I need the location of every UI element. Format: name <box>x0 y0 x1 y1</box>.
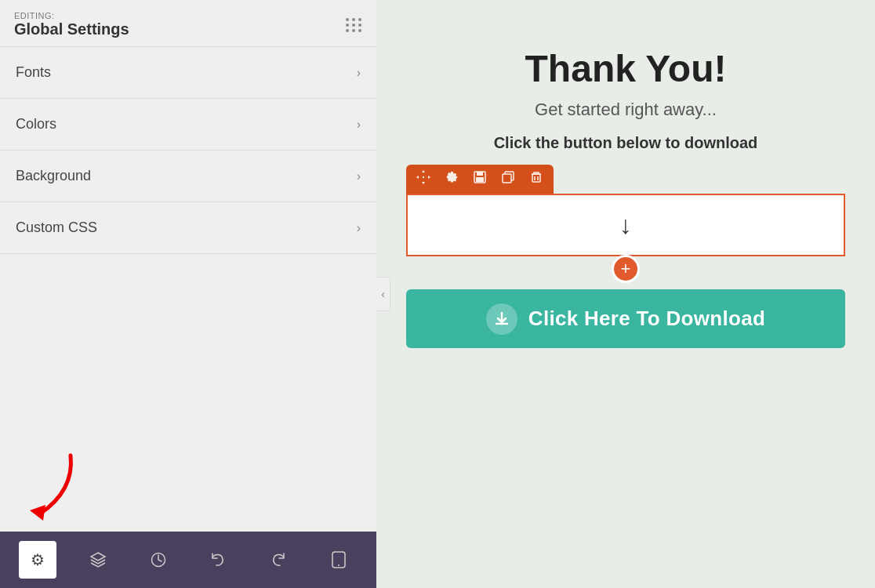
sidebar-item-custom-css[interactable]: Custom CSS › <box>0 202 376 254</box>
down-arrow-indicator: ↓ <box>619 211 632 240</box>
content-inner: Thank You! Get started right away... Cli… <box>376 0 875 588</box>
element-duplicate-button[interactable] <box>500 169 516 189</box>
sidebar: EDITING: Global Settings Fonts › Colors … <box>0 0 376 588</box>
svg-rect-9 <box>532 174 540 182</box>
thank-you-heading: Thank You! <box>525 47 727 90</box>
selected-element-box[interactable]: ↓ <box>406 194 845 256</box>
sidebar-item-colors[interactable]: Colors › <box>0 99 376 151</box>
history-toolbar-button[interactable] <box>140 541 177 579</box>
svg-rect-7 <box>476 177 484 182</box>
editing-label: EDITING: <box>14 11 129 20</box>
element-settings-button[interactable] <box>444 169 459 189</box>
download-button[interactable]: Click Here To Download <box>406 289 845 348</box>
click-instruction: Click the button below to download <box>494 134 758 152</box>
download-button-label: Click Here To Download <box>528 307 765 331</box>
element-delete-button[interactable] <box>528 169 544 189</box>
sidebar-collapse-handle[interactable]: ‹ <box>376 277 390 311</box>
content-area: Thank You! Get started right away... Cli… <box>376 0 875 588</box>
fonts-chevron-icon: › <box>357 66 361 80</box>
redo-toolbar-button[interactable] <box>260 541 297 579</box>
svg-rect-8 <box>503 174 511 183</box>
element-move-button[interactable] <box>416 169 431 189</box>
colors-chevron-icon: › <box>357 118 361 132</box>
custom-css-label: Custom CSS <box>16 220 97 236</box>
subtitle-text: Get started right away... <box>535 100 717 120</box>
custom-css-chevron-icon: › <box>357 221 361 235</box>
add-element-button[interactable]: + <box>612 255 640 283</box>
settings-toolbar-button[interactable]: ⚙ <box>19 541 56 579</box>
element-toolbar <box>406 165 554 194</box>
fonts-label: Fonts <box>16 64 51 81</box>
sidebar-item-background[interactable]: Background › <box>0 151 376 202</box>
sidebar-item-fonts[interactable]: Fonts › <box>0 47 376 99</box>
bottom-toolbar: ⚙ <box>0 532 376 588</box>
dots-grid-icon[interactable] <box>346 18 362 32</box>
sidebar-header: EDITING: Global Settings <box>0 0 376 47</box>
background-label: Background <box>16 168 91 184</box>
element-save-button[interactable] <box>472 169 488 189</box>
sidebar-title: Global Settings <box>14 20 129 38</box>
sidebar-menu: Fonts › Colors › Background › Custom CSS… <box>0 47 376 532</box>
mobile-toolbar-button[interactable] <box>320 541 358 579</box>
svg-rect-6 <box>477 172 483 176</box>
background-chevron-icon: › <box>357 169 361 183</box>
svg-point-4 <box>338 564 339 566</box>
download-icon <box>486 303 517 335</box>
undo-toolbar-button[interactable] <box>199 541 237 579</box>
svg-marker-1 <box>91 553 105 561</box>
layers-toolbar-button[interactable] <box>79 541 117 579</box>
colors-label: Colors <box>16 116 56 132</box>
element-wrapper: ↓ + Click Here To Download <box>406 165 845 348</box>
